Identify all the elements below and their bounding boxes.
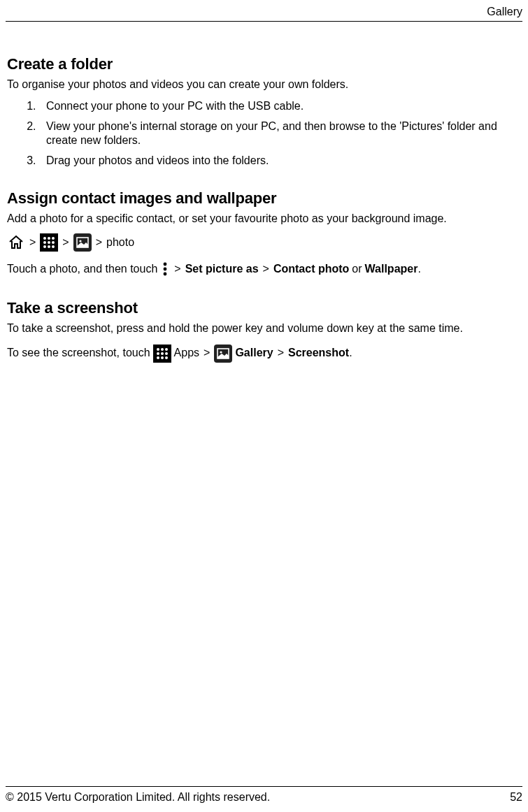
instruction-assign: Touch a photo, and then touch > Set pict… — [7, 260, 522, 278]
section-assign: Assign contact images and wallpaper Add … — [7, 189, 522, 278]
svg-point-8 — [48, 245, 50, 248]
svg-point-23 — [157, 356, 159, 359]
intro-screenshot: To take a screenshot, press and hold the… — [7, 321, 522, 336]
svg-point-14 — [164, 267, 167, 270]
svg-point-28 — [220, 351, 222, 353]
footer-row: © 2015 Vertu Corporation Limited. All ri… — [6, 791, 522, 804]
gallery-icon — [214, 345, 232, 363]
gallery-icon — [73, 233, 92, 252]
page-footer: © 2015 Vertu Corporation Limited. All ri… — [6, 786, 522, 804]
heading-create-folder: Create a folder — [7, 55, 522, 73]
svg-point-1 — [43, 237, 46, 240]
label-set-picture-as: Set picture as — [185, 261, 259, 277]
nav-tail-photo: photo — [106, 235, 134, 250]
svg-point-12 — [79, 240, 81, 242]
svg-point-4 — [43, 241, 46, 244]
nav-path-screenshot: To see the screenshot, touch Apps > Gall… — [7, 345, 522, 363]
svg-point-2 — [48, 237, 50, 240]
apps-grid-icon — [40, 233, 58, 252]
step-item: View your phone's internal storage on yo… — [39, 119, 522, 149]
header-rule — [6, 21, 522, 22]
svg-point-5 — [48, 241, 50, 244]
section-screenshot: Take a screenshot To take a screenshot, … — [7, 299, 522, 363]
svg-point-7 — [43, 245, 46, 248]
svg-point-13 — [164, 262, 167, 266]
period: . — [349, 347, 352, 358]
separator-gt: > — [173, 261, 182, 277]
period: . — [418, 263, 420, 275]
label-screenshot: Screenshot — [288, 347, 349, 358]
label-apps: Apps — [174, 345, 199, 361]
svg-point-3 — [52, 237, 55, 240]
separator-gt: > — [94, 235, 104, 250]
header-title: Gallery — [487, 6, 522, 17]
step-item: Drag your photos and videos into the fol… — [39, 154, 522, 168]
svg-point-20 — [157, 352, 159, 355]
separator-gt: > — [61, 235, 70, 250]
footer-rule — [6, 786, 522, 787]
svg-point-6 — [52, 241, 55, 244]
step-item: Connect your phone to your PC with the U… — [39, 99, 522, 114]
text-or: or — [352, 261, 362, 277]
svg-point-21 — [161, 352, 164, 355]
apps-grid-icon — [153, 345, 171, 363]
svg-point-17 — [157, 348, 159, 351]
svg-point-22 — [165, 352, 168, 355]
separator-gt: > — [262, 261, 271, 277]
text-prefix: Touch a photo, and then touch — [7, 261, 157, 277]
section-create-folder: Create a folder To organise your photos … — [7, 55, 522, 168]
intro-assign: Add a photo for a specific contact, or s… — [7, 212, 522, 226]
separator-gt: > — [28, 235, 37, 250]
page-header: Gallery — [6, 6, 522, 21]
steps-create-folder: Connect your phone to your PC with the U… — [7, 99, 522, 168]
svg-point-24 — [161, 356, 164, 359]
svg-point-18 — [161, 348, 164, 351]
label-gallery: Gallery — [235, 345, 273, 361]
page-number: 52 — [510, 791, 522, 804]
svg-rect-26 — [214, 345, 232, 363]
heading-assign: Assign contact images and wallpaper — [7, 189, 522, 208]
label-wallpaper: Wallpaper — [365, 263, 418, 275]
separator-gt: > — [276, 345, 285, 361]
svg-point-15 — [164, 272, 167, 275]
heading-screenshot: Take a screenshot — [7, 299, 522, 317]
page-content: Create a folder To organise your photos … — [6, 55, 522, 363]
nav-path-assign: > > > photo — [7, 233, 522, 252]
separator-gt: > — [202, 345, 211, 361]
intro-create-folder: To organise your photos and videos you c… — [7, 78, 522, 92]
overflow-menu-icon — [160, 260, 170, 278]
svg-rect-10 — [73, 233, 92, 252]
svg-point-19 — [165, 348, 168, 351]
copyright-text: © 2015 Vertu Corporation Limited. All ri… — [6, 791, 270, 804]
text-prefix: To see the screenshot, touch — [7, 345, 150, 361]
svg-point-25 — [165, 356, 168, 359]
svg-point-9 — [52, 245, 55, 248]
home-icon — [7, 233, 25, 252]
label-contact-photo: Contact photo — [273, 261, 349, 277]
